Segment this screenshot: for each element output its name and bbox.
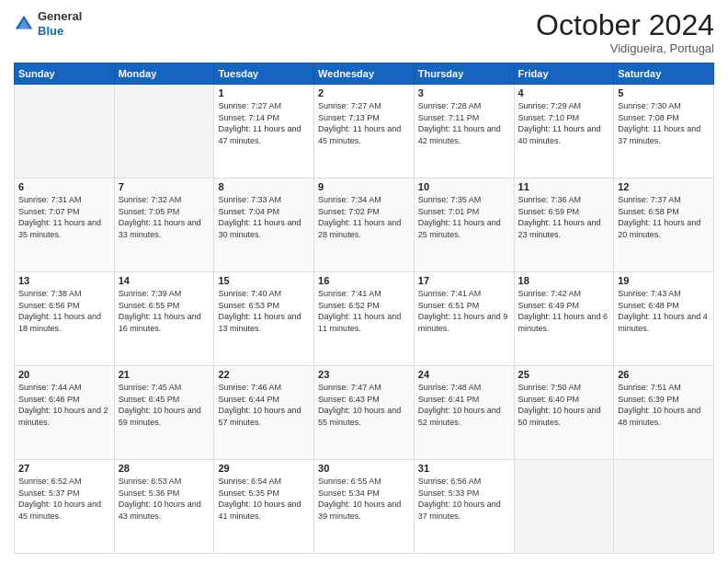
cell-content: Sunrise: 7:51 AMSunset: 6:39 PMDaylight:… — [618, 382, 710, 428]
day-number: 3 — [418, 87, 510, 98]
cell-content: Sunrise: 6:56 AMSunset: 5:33 PMDaylight:… — [418, 476, 510, 522]
calendar-cell: 1Sunrise: 7:27 AMSunset: 7:14 PMDaylight… — [214, 85, 314, 178]
cell-content: Sunrise: 7:33 AMSunset: 7:04 PMDaylight:… — [218, 194, 310, 240]
cell-content: Sunrise: 7:37 AMSunset: 6:58 PMDaylight:… — [618, 194, 710, 240]
day-number: 21 — [119, 369, 210, 380]
calendar-cell: 10Sunrise: 7:35 AMSunset: 7:01 PMDayligh… — [414, 178, 514, 272]
cell-content: Sunrise: 7:27 AMSunset: 7:13 PMDaylight:… — [318, 100, 410, 146]
cell-content: Sunrise: 7:48 AMSunset: 6:41 PMDaylight:… — [418, 382, 510, 428]
calendar-cell: 14Sunrise: 7:39 AMSunset: 6:55 PMDayligh… — [114, 272, 214, 366]
calendar-cell: 12Sunrise: 7:37 AMSunset: 6:58 PMDayligh… — [614, 178, 714, 272]
calendar-cell: 20Sunrise: 7:44 AMSunset: 6:46 PMDayligh… — [15, 366, 115, 460]
cell-content: Sunrise: 7:28 AMSunset: 7:11 PMDaylight:… — [418, 100, 510, 146]
cell-content: Sunrise: 7:27 AMSunset: 7:14 PMDaylight:… — [218, 100, 310, 146]
calendar-cell: 18Sunrise: 7:42 AMSunset: 6:49 PMDayligh… — [514, 272, 614, 366]
calendar-body: 1Sunrise: 7:27 AMSunset: 7:14 PMDaylight… — [15, 85, 714, 554]
logo-general: General — [38, 9, 82, 23]
day-number: 29 — [218, 463, 310, 474]
cell-content: Sunrise: 7:35 AMSunset: 7:01 PMDaylight:… — [418, 194, 510, 240]
day-number: 30 — [318, 463, 410, 474]
cell-content: Sunrise: 7:50 AMSunset: 6:40 PMDaylight:… — [518, 382, 610, 428]
cell-content: Sunrise: 7:42 AMSunset: 6:49 PMDaylight:… — [518, 288, 610, 334]
cell-content: Sunrise: 7:41 AMSunset: 6:51 PMDaylight:… — [418, 288, 510, 334]
calendar-cell: 31Sunrise: 6:56 AMSunset: 5:33 PMDayligh… — [414, 460, 514, 554]
cell-content: Sunrise: 7:34 AMSunset: 7:02 PMDaylight:… — [318, 194, 410, 240]
calendar-week-5: 27Sunrise: 6:52 AMSunset: 5:37 PMDayligh… — [15, 460, 714, 554]
calendar-cell: 6Sunrise: 7:31 AMSunset: 7:07 PMDaylight… — [15, 178, 115, 272]
day-number: 20 — [18, 369, 110, 380]
cell-content: Sunrise: 7:32 AMSunset: 7:05 PMDaylight:… — [119, 194, 210, 240]
day-number: 8 — [218, 181, 310, 192]
cell-content: Sunrise: 7:41 AMSunset: 6:52 PMDaylight:… — [318, 288, 410, 334]
calendar-cell: 25Sunrise: 7:50 AMSunset: 6:40 PMDayligh… — [514, 366, 614, 460]
cell-content: Sunrise: 7:30 AMSunset: 7:08 PMDaylight:… — [618, 100, 710, 146]
month-title: October 2024 — [536, 9, 714, 41]
day-number: 4 — [518, 87, 610, 98]
day-number: 28 — [119, 463, 210, 474]
cell-content: Sunrise: 7:45 AMSunset: 6:45 PMDaylight:… — [119, 382, 210, 428]
calendar-cell: 26Sunrise: 7:51 AMSunset: 6:39 PMDayligh… — [614, 366, 714, 460]
logo: General Blue — [14, 9, 82, 38]
calendar-cell: 11Sunrise: 7:36 AMSunset: 6:59 PMDayligh… — [514, 178, 614, 272]
day-number: 18 — [518, 275, 610, 286]
calendar-cell: 13Sunrise: 7:38 AMSunset: 6:56 PMDayligh… — [15, 272, 115, 366]
calendar-table: SundayMondayTuesdayWednesdayThursdayFrid… — [14, 63, 714, 554]
cell-content: Sunrise: 7:38 AMSunset: 6:56 PMDaylight:… — [18, 288, 110, 334]
day-number: 24 — [418, 369, 510, 380]
calendar-cell: 4Sunrise: 7:29 AMSunset: 7:10 PMDaylight… — [514, 85, 614, 178]
cell-content: Sunrise: 7:44 AMSunset: 6:46 PMDaylight:… — [18, 382, 110, 428]
cell-content: Sunrise: 7:36 AMSunset: 6:59 PMDaylight:… — [518, 194, 610, 240]
calendar-cell: 28Sunrise: 6:53 AMSunset: 5:36 PMDayligh… — [114, 460, 214, 554]
day-header-tuesday: Tuesday — [214, 63, 314, 85]
day-number: 27 — [18, 463, 110, 474]
calendar-cell: 17Sunrise: 7:41 AMSunset: 6:51 PMDayligh… — [414, 272, 514, 366]
page: General Blue October 2024 Vidigueira, Po… — [0, 0, 728, 563]
header: General Blue October 2024 Vidigueira, Po… — [14, 9, 714, 55]
cell-content: Sunrise: 7:47 AMSunset: 6:43 PMDaylight:… — [318, 382, 410, 428]
calendar-cell — [114, 85, 214, 178]
day-number: 13 — [18, 275, 110, 286]
day-number: 6 — [18, 181, 110, 192]
calendar-cell: 2Sunrise: 7:27 AMSunset: 7:13 PMDaylight… — [314, 85, 415, 178]
calendar-cell: 15Sunrise: 7:40 AMSunset: 6:53 PMDayligh… — [214, 272, 314, 366]
day-number: 14 — [119, 275, 210, 286]
calendar-cell: 19Sunrise: 7:43 AMSunset: 6:48 PMDayligh… — [614, 272, 714, 366]
day-header-saturday: Saturday — [614, 63, 714, 85]
calendar-cell: 27Sunrise: 6:52 AMSunset: 5:37 PMDayligh… — [15, 460, 115, 554]
day-number: 2 — [318, 87, 410, 98]
logo-blue: Blue — [38, 24, 63, 38]
calendar-cell: 3Sunrise: 7:28 AMSunset: 7:11 PMDaylight… — [414, 85, 514, 178]
cell-content: Sunrise: 6:53 AMSunset: 5:36 PMDaylight:… — [119, 476, 210, 522]
cell-content: Sunrise: 7:40 AMSunset: 6:53 PMDaylight:… — [218, 288, 310, 334]
title-area: October 2024 Vidigueira, Portugal — [536, 9, 714, 55]
calendar-cell: 22Sunrise: 7:46 AMSunset: 6:44 PMDayligh… — [214, 366, 314, 460]
logo-icon — [14, 14, 34, 34]
calendar-header-row: SundayMondayTuesdayWednesdayThursdayFrid… — [15, 63, 714, 85]
day-number: 22 — [218, 369, 310, 380]
day-number: 17 — [418, 275, 510, 286]
day-number: 1 — [218, 87, 310, 98]
day-header-monday: Monday — [114, 63, 214, 85]
logo-text: General Blue — [38, 9, 82, 38]
calendar-cell: 8Sunrise: 7:33 AMSunset: 7:04 PMDaylight… — [214, 178, 314, 272]
day-number: 7 — [119, 181, 210, 192]
calendar-cell — [15, 85, 115, 178]
calendar-cell — [514, 460, 614, 554]
cell-content: Sunrise: 7:29 AMSunset: 7:10 PMDaylight:… — [518, 100, 610, 146]
calendar-week-3: 13Sunrise: 7:38 AMSunset: 6:56 PMDayligh… — [15, 272, 714, 366]
calendar-week-1: 1Sunrise: 7:27 AMSunset: 7:14 PMDaylight… — [15, 85, 714, 178]
day-header-sunday: Sunday — [15, 63, 115, 85]
calendar-cell: 7Sunrise: 7:32 AMSunset: 7:05 PMDaylight… — [114, 178, 214, 272]
calendar-week-4: 20Sunrise: 7:44 AMSunset: 6:46 PMDayligh… — [15, 366, 714, 460]
cell-content: Sunrise: 6:55 AMSunset: 5:34 PMDaylight:… — [318, 476, 410, 522]
day-number: 26 — [618, 369, 710, 380]
cell-content: Sunrise: 7:39 AMSunset: 6:55 PMDaylight:… — [119, 288, 210, 334]
day-number: 31 — [418, 463, 510, 474]
day-number: 12 — [618, 181, 710, 192]
cell-content: Sunrise: 7:43 AMSunset: 6:48 PMDaylight:… — [618, 288, 710, 334]
calendar-week-2: 6Sunrise: 7:31 AMSunset: 7:07 PMDaylight… — [15, 178, 714, 272]
calendar-cell: 29Sunrise: 6:54 AMSunset: 5:35 PMDayligh… — [214, 460, 314, 554]
calendar-cell: 24Sunrise: 7:48 AMSunset: 6:41 PMDayligh… — [414, 366, 514, 460]
calendar-cell: 5Sunrise: 7:30 AMSunset: 7:08 PMDaylight… — [614, 85, 714, 178]
day-number: 9 — [318, 181, 410, 192]
